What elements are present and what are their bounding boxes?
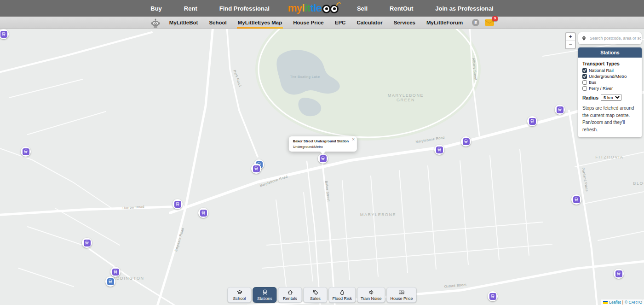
radius-select[interactable]: 5 km <box>601 94 621 101</box>
train-icon <box>557 106 564 113</box>
metro-station-marker[interactable] <box>488 291 498 301</box>
metro-station-marker[interactable] <box>527 116 537 126</box>
train-icon <box>320 155 327 162</box>
secondary-navigation: MyLittleBotSchoolMyLittleEyes MapHouse P… <box>0 17 644 29</box>
tab-services[interactable]: Services <box>388 17 421 29</box>
option-label: Underground/Metro <box>589 74 627 79</box>
house-price-layer-button[interactable]: House Price <box>387 287 417 303</box>
tab-epc[interactable]: EPC <box>329 17 351 29</box>
rentals-layer-button[interactable]: Rentals <box>278 287 302 303</box>
train-noise-layer-button[interactable]: Train Noise <box>357 287 385 303</box>
speaker-icon <box>368 289 374 295</box>
nav-rent[interactable]: Rent <box>173 5 208 12</box>
ukraine-flag-icon <box>603 301 608 304</box>
option-bus[interactable]: Bus <box>582 80 638 85</box>
tab-mylittleeyes-map[interactable]: MyLittleEyes Map <box>232 17 288 29</box>
train-icon <box>0 31 7 38</box>
top-navigation: BuyRentFind Professional mylittle SellRe… <box>0 0 644 17</box>
checkbox-ferry-river[interactable] <box>582 86 587 91</box>
checkbox-bus[interactable] <box>582 80 587 85</box>
option-ferry-river[interactable]: Ferry / River <box>582 86 638 91</box>
button-label: Train Noise <box>361 296 382 301</box>
popup-subtitle: Underground/Metro <box>293 145 349 149</box>
school-icon <box>236 289 242 295</box>
logo-letter: e <box>316 2 322 14</box>
tab-school[interactable]: School <box>203 17 232 29</box>
robot-icon <box>150 18 161 29</box>
train-icon <box>107 278 114 285</box>
tab-house-price[interactable]: House Price <box>288 17 329 29</box>
transport-options: National RailUnderground/MetroBusFerry /… <box>582 68 638 91</box>
search-input[interactable] <box>589 35 642 41</box>
map-tiles <box>0 29 644 305</box>
logo-letter: m <box>288 2 297 14</box>
panel-note: Stops are fetched around the current map… <box>582 105 638 133</box>
checkbox-underground-metro[interactable] <box>582 74 587 79</box>
option-underground-metro[interactable]: Underground/Metro <box>582 74 638 79</box>
metro-station-marker[interactable] <box>110 267 121 277</box>
map-layer-toolbar: SchoolStationsRentalsSalesFlood RiskTrai… <box>227 287 416 303</box>
train-icon <box>463 138 470 145</box>
checkbox-national-rail[interactable] <box>582 68 587 73</box>
nav-rentout[interactable]: RentOut <box>379 5 424 12</box>
sales-layer-button[interactable]: Sales <box>303 287 327 303</box>
zoom-out-button[interactable]: − <box>566 41 575 48</box>
tab-calculator[interactable]: Calculator <box>351 17 388 29</box>
button-label: School <box>233 296 246 301</box>
zoom-control: + − <box>565 32 576 49</box>
option-label: National Rail <box>589 68 614 73</box>
tab-mylittlebot[interactable]: MyLittleBot <box>164 17 204 29</box>
stations-panel: Stations Transport Types National RailUn… <box>578 47 642 137</box>
train-icon <box>262 289 268 295</box>
metro-station-marker[interactable] <box>318 153 328 164</box>
metro-station-marker[interactable] <box>21 147 31 157</box>
metro-station-marker[interactable] <box>172 199 183 209</box>
train-icon <box>23 148 29 155</box>
school-layer-button[interactable]: School <box>227 287 251 303</box>
nav-find-professional[interactable]: Find Professional <box>208 5 281 12</box>
logo-curl-icon <box>336 1 341 6</box>
nav-join-as-professional[interactable]: Join as Professional <box>424 5 504 12</box>
train-icon <box>84 240 91 246</box>
metro-station-marker[interactable] <box>198 208 208 218</box>
home-icon <box>287 289 293 295</box>
logo-eyes-icon <box>322 5 339 13</box>
metro-station-marker[interactable] <box>251 164 261 174</box>
banknote-icon <box>399 289 405 295</box>
map-attribution: Leaflet | © CARTO <box>601 299 644 305</box>
train-icon <box>489 293 496 300</box>
carto-link[interactable]: © CARTO <box>625 300 642 305</box>
location-pin-icon <box>581 36 586 41</box>
zoom-in-button[interactable]: + <box>566 33 575 41</box>
flood-risk-layer-button[interactable]: Flood Risk <box>328 287 356 303</box>
metro-station-marker[interactable] <box>555 105 565 115</box>
nav-sell[interactable]: Sell <box>346 5 379 12</box>
rail-station-marker[interactable] <box>105 276 115 287</box>
metro-station-marker[interactable] <box>461 136 471 147</box>
map-search-box <box>578 32 642 44</box>
map-canvas[interactable]: MARYLEBONE GREENFITZROVIAMARYLEBONEPADDI… <box>0 29 644 305</box>
tab-mylittleforum[interactable]: MyLittleForum <box>421 17 468 29</box>
messages-button[interactable]: 9 <box>485 19 494 26</box>
popup-close-icon[interactable]: × <box>352 137 355 142</box>
metro-station-marker[interactable] <box>82 238 92 248</box>
stations-layer-button[interactable]: Stations <box>253 287 276 303</box>
stations-panel-header[interactable]: Stations <box>578 47 642 58</box>
messages-count-badge: 9 <box>492 16 498 21</box>
attribution-separator: | <box>622 300 623 305</box>
metro-station-marker[interactable] <box>571 194 581 205</box>
site-logo[interactable]: mylittle <box>288 3 339 13</box>
metro-station-marker[interactable] <box>434 145 444 155</box>
option-label: Bus <box>589 80 596 85</box>
tag-icon <box>312 289 318 295</box>
train-icon <box>253 165 260 172</box>
metro-station-marker[interactable] <box>614 269 624 279</box>
nav-buy[interactable]: Buy <box>139 5 173 12</box>
leaflet-link[interactable]: Leaflet <box>609 300 621 305</box>
user-avatar[interactable]: E <box>472 19 479 26</box>
train-icon <box>436 147 443 153</box>
option-national-rail[interactable]: National Rail <box>582 68 638 73</box>
train-icon <box>174 201 181 208</box>
train-icon <box>529 118 536 125</box>
logo-wordmark: mylittle <box>288 3 322 13</box>
